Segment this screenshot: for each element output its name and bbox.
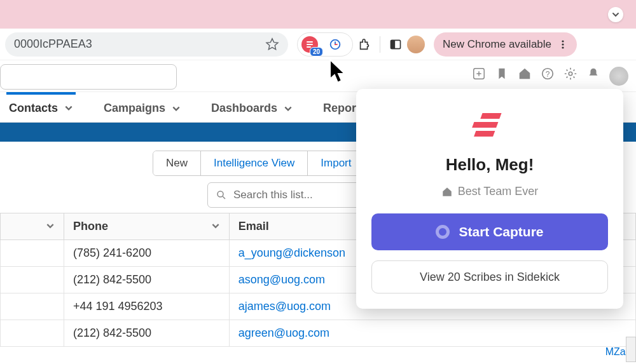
help-icon[interactable]: ? <box>541 67 555 81</box>
chevron-down-icon <box>64 104 73 112</box>
banner-expand-button[interactable] <box>608 7 623 22</box>
cell-phone: +44 191 4956203 <box>64 293 229 320</box>
url-text: 0000IcPPAEA3 <box>14 37 92 51</box>
tab-label: Campaigns <box>104 102 165 115</box>
star-icon[interactable] <box>265 37 279 51</box>
popup-greeting: Hello, Meg! <box>371 155 608 175</box>
more-icon <box>558 39 568 50</box>
svg-point-5 <box>562 40 563 42</box>
cell-phone: (212) 842-5500 <box>64 267 229 293</box>
cell-phone: (212) 842-5500 <box>64 320 229 347</box>
scribe-badge: 20 <box>310 47 323 57</box>
svg-point-7 <box>562 46 563 48</box>
scribe-logo <box>371 111 608 141</box>
cell-phone: (785) 241-6200 <box>64 240 229 267</box>
svg-rect-4 <box>391 40 396 48</box>
record-icon <box>436 225 450 239</box>
sidepanel-icon[interactable] <box>388 37 403 52</box>
tab-campaigns[interactable]: Campaigns <box>101 92 183 122</box>
cell-blank <box>1 240 64 267</box>
view-scribes-button[interactable]: View 20 Scribes in Sidekick <box>371 260 608 293</box>
cell-blank <box>1 267 64 293</box>
svg-point-12 <box>218 191 223 197</box>
start-capture-button[interactable]: Start Capture <box>371 213 608 250</box>
column-header-phone[interactable]: Phone <box>64 213 229 240</box>
svg-text:?: ? <box>546 70 550 79</box>
global-search-input[interactable] <box>0 64 177 90</box>
chevron-down-icon <box>46 221 55 230</box>
new-chrome-label: New Chrome available <box>443 38 551 51</box>
extension-icon-2[interactable] <box>327 36 343 53</box>
chevron-down-icon <box>172 104 181 113</box>
chevron-down-icon <box>612 11 619 18</box>
svg-rect-2 <box>335 44 338 45</box>
profile-avatar[interactable] <box>407 36 425 53</box>
cell-email[interactable]: agreen@uog.com <box>229 320 635 347</box>
user-avatar[interactable] <box>609 67 628 86</box>
table-row[interactable]: (212) 842-5500agreen@uog.com <box>1 320 636 347</box>
svg-rect-13 <box>480 113 501 119</box>
popup-team: Best Team Ever <box>371 185 608 198</box>
tab-contacts[interactable]: Contacts <box>6 92 76 122</box>
chevron-down-icon <box>211 221 220 230</box>
tab-dashboards[interactable]: Dashboards <box>209 92 295 122</box>
list-search-placeholder: Search this list... <box>233 189 313 201</box>
bookmark-icon[interactable] <box>495 67 509 81</box>
home-icon <box>441 186 453 198</box>
svg-point-6 <box>562 43 563 45</box>
home-icon[interactable] <box>518 67 532 81</box>
app-header: ? <box>0 60 636 92</box>
extensions-pill: 20 <box>297 32 353 57</box>
gear-icon[interactable] <box>563 67 577 81</box>
bell-icon[interactable] <box>586 67 600 81</box>
action-button-group: New Intelligence View Import <box>153 151 364 176</box>
svg-rect-14 <box>472 122 498 128</box>
separator <box>380 36 380 53</box>
svg-point-11 <box>569 72 572 76</box>
new-chrome-pill[interactable]: New Chrome available <box>434 32 577 57</box>
column-header-blank[interactable] <box>1 213 64 240</box>
svg-rect-15 <box>474 131 495 137</box>
plus-icon[interactable] <box>472 67 486 81</box>
search-icon <box>216 189 227 201</box>
scrollbar[interactable] <box>626 337 636 362</box>
url-bar[interactable]: 0000IcPPAEA3 <box>5 32 288 57</box>
scribe-extension-icon[interactable]: 20 <box>301 36 318 53</box>
new-button[interactable]: New <box>153 151 201 175</box>
top-banner <box>0 0 636 29</box>
app-header-icons: ? <box>472 67 628 86</box>
chevron-down-icon <box>284 104 293 113</box>
cell-blank <box>1 320 64 347</box>
scribe-popup: Hello, Meg! Best Team Ever Start Capture… <box>356 89 623 309</box>
browser-toolbar: 0000IcPPAEA3 20 New Chrome available <box>0 29 636 60</box>
tab-label: Contacts <box>9 102 58 115</box>
intelligence-view-button[interactable]: Intelligence View <box>201 151 308 175</box>
cell-blank <box>1 293 64 320</box>
tab-label: Dashboards <box>211 102 277 115</box>
puzzle-icon[interactable] <box>357 37 372 52</box>
